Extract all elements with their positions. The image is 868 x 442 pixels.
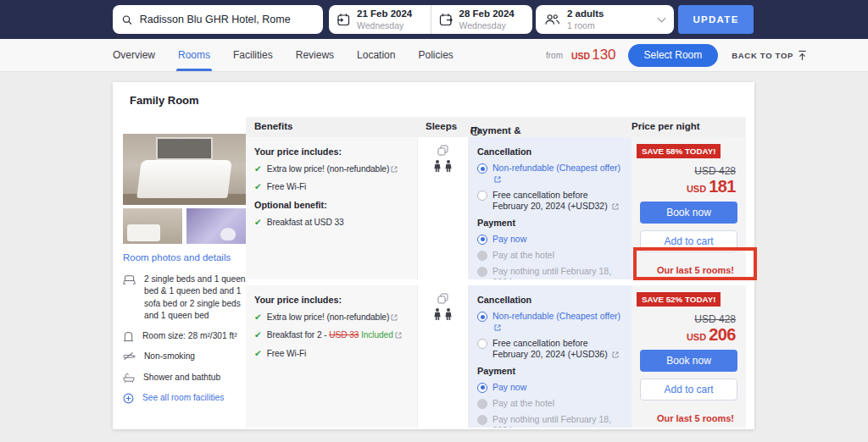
compare-icon[interactable]: [437, 145, 448, 156]
guests-selector[interactable]: 2 adults 1 room: [536, 5, 674, 34]
update-button[interactable]: UPDATE: [678, 5, 754, 34]
bed-shape: [136, 160, 232, 198]
rate2-payment-cell: Cancellation Non-refundable (Cheapest of…: [469, 285, 632, 428]
room-photo-main[interactable]: [123, 134, 246, 205]
tab-policies[interactable]: Policies: [418, 39, 453, 71]
pay-option-later: Pay nothing until February 18, 2024: [477, 414, 623, 428]
destination-input[interactable]: [140, 14, 314, 25]
book-now-button[interactable]: Book now: [640, 350, 737, 372]
scarcity-message: Our last 5 rooms!: [638, 265, 739, 275]
rate2-sleeps-cell: [417, 285, 469, 428]
room-photo-thumb-bedroom[interactable]: [123, 208, 182, 244]
rate-row-1: Your price includes: ✔ Extra low price! …: [246, 137, 746, 279]
radio-unselected-icon[interactable]: [477, 191, 487, 201]
wall-art: [156, 137, 213, 160]
guests-summary: 2 adults: [567, 8, 604, 19]
checkout-date: 28 Feb 2024: [459, 8, 515, 19]
room-photos-link[interactable]: Room photos and details: [123, 252, 246, 262]
radio-disabled-icon: [477, 251, 487, 261]
tab-overview[interactable]: Overview: [113, 39, 155, 71]
rooms-summary: 1 room: [567, 20, 604, 31]
select-room-button[interactable]: Select Room: [628, 44, 719, 67]
save-badge: SAVE 58% TODAY!: [637, 144, 721, 158]
external-link-icon[interactable]: [391, 166, 398, 173]
cancellation-label: Cancellation: [477, 295, 623, 305]
from-price: 130: [592, 47, 615, 63]
back-to-top-label: BACK TO TOP: [732, 51, 793, 60]
tab-rooms[interactable]: Rooms: [178, 39, 210, 71]
tab-location[interactable]: Location: [357, 39, 395, 71]
benefit-item: ✔ Breakfast at USD 33: [254, 217, 409, 228]
pay-option-now[interactable]: Pay now: [477, 234, 623, 245]
from-label: from: [546, 51, 563, 60]
optional-benefit-label: Optional benefit:: [254, 200, 409, 210]
external-link-icon[interactable]: [494, 176, 501, 183]
book-now-button[interactable]: Book now: [640, 202, 737, 224]
add-to-cart-button[interactable]: Add to cart: [640, 230, 737, 252]
search-icon: [122, 14, 132, 25]
room-photo-thumb-bathroom[interactable]: [186, 208, 246, 244]
checkout-picker[interactable]: 28 Feb 2024 Wednesday: [431, 5, 533, 34]
checkin-day: Wednesday: [357, 20, 412, 31]
external-link-icon[interactable]: [391, 314, 398, 321]
tab-reviews[interactable]: Reviews: [296, 39, 334, 71]
compare-icon[interactable]: [437, 293, 448, 304]
bed-icon: [123, 274, 136, 285]
radio-unselected-icon[interactable]: [477, 339, 487, 349]
pay-option-now[interactable]: Pay now: [477, 382, 623, 393]
radio-selected-icon[interactable]: [477, 235, 487, 245]
external-link-icon[interactable]: [612, 351, 619, 358]
from-currency: USD: [571, 51, 590, 61]
rate-column-headers: Benefits Sleeps Payment & cancellationⓘ …: [246, 117, 746, 137]
room-photos-column: Room photos and details 2 single beds an…: [123, 134, 246, 404]
check-icon: ✔: [254, 217, 262, 228]
radio-selected-icon[interactable]: [477, 312, 487, 322]
sleeps-occupancy: [433, 308, 453, 321]
tab-facilities[interactable]: Facilities: [233, 39, 273, 71]
scarcity-message: Our last 5 rooms!: [638, 413, 739, 423]
breakfast-old-price: USD 33: [329, 330, 359, 340]
cancel-option-nonrefundable[interactable]: Non-refundable (Cheapest offer): [477, 311, 623, 333]
check-icon: ✔: [254, 329, 262, 340]
rate1-price-cell: SAVE 58% TODAY! USD 428 USD181 Book now …: [632, 137, 746, 279]
destination-search[interactable]: [113, 5, 323, 34]
back-to-top-button[interactable]: BACK TO TOP: [732, 50, 807, 61]
section-tabs: Overview Rooms Facilities Reviews Locati…: [113, 39, 453, 71]
room-size-icon: [123, 331, 134, 342]
person-icon: [433, 308, 442, 321]
cancel-option-nonrefundable[interactable]: Non-refundable (Cheapest offer): [477, 163, 623, 185]
cancel-option-free[interactable]: Free cancellation before February 20, 20…: [477, 190, 623, 212]
checkin-picker[interactable]: 21 Feb 2024 Wednesday: [329, 5, 431, 34]
see-all-facilities-link[interactable]: See all room facilities: [123, 392, 246, 404]
rate1-benefits-cell: Your price includes: ✔ Extra low price! …: [246, 137, 417, 279]
room-card-family-room: Family Room Benefits Sleeps Payment & ca…: [113, 82, 754, 429]
external-link-icon[interactable]: [395, 332, 402, 339]
rate1-sleeps-cell: [417, 137, 469, 279]
includes-label: Your price includes:: [254, 295, 409, 305]
price-value: 206: [709, 325, 736, 344]
add-to-cart-button[interactable]: Add to cart: [640, 378, 737, 401]
pay-option-hotel: Pay at the hotel: [477, 250, 623, 261]
detail-shower: Shower and bathtub: [123, 372, 246, 384]
cancel-option-free[interactable]: Free cancellation before February 20, 20…: [477, 338, 623, 360]
info-icon[interactable]: ⓘ: [470, 125, 481, 138]
external-link-icon[interactable]: [494, 324, 501, 331]
price-currency: USD: [687, 332, 706, 342]
breakfast-included: Included: [361, 330, 393, 340]
check-icon: ✔: [254, 312, 262, 323]
price-value: 181: [709, 177, 736, 196]
sleeps-occupancy: [433, 160, 453, 173]
old-price: USD 428: [638, 165, 739, 177]
check-icon: ✔: [254, 163, 262, 174]
save-badge: SAVE 52% TODAY!: [637, 292, 721, 307]
radio-selected-icon[interactable]: [477, 163, 487, 174]
column-benefits: Benefits: [254, 121, 292, 131]
old-price: USD 428: [638, 313, 739, 325]
external-link-icon[interactable]: [612, 203, 619, 210]
checkin-date: 21 Feb 2024: [357, 8, 412, 19]
top-search-bar: 21 Feb 2024 Wednesday 28 Feb 2024 Wednes…: [0, 0, 868, 39]
radio-selected-icon[interactable]: [477, 383, 487, 393]
pay-option-hotel: Pay at the hotel: [477, 398, 623, 409]
benefit-item: ✔ Free Wi-Fi: [254, 181, 409, 192]
includes-label: Your price includes:: [254, 146, 409, 157]
